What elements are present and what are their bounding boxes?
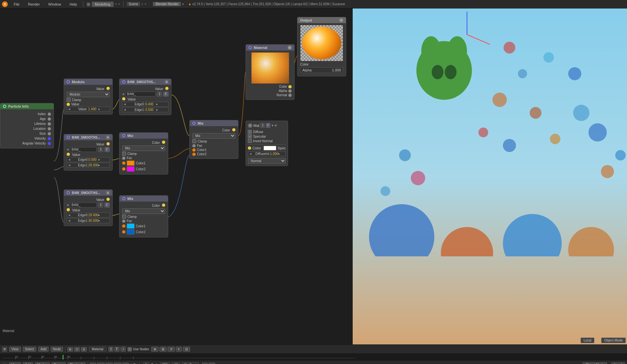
node-extra-btn[interactable]: ≡ (176, 347, 182, 352)
current-frame-field[interactable]: 46 (172, 362, 180, 364)
node-output[interactable]: Output × Color Alpha 1.000 (297, 17, 346, 76)
node-ctrl-1[interactable]: ⊞ (67, 347, 73, 352)
b4w2-edge0[interactable]: ◀ Edge0: 0.000 ▶ (67, 157, 110, 162)
node-b4w-smooth1[interactable]: B4W_SMOOTHS... ⊡ Value ◀ B4W_ 3 F Value (119, 79, 171, 115)
playback-btn[interactable]: Playback (68, 362, 86, 364)
object-mode-dropdown[interactable]: Object Mode (583, 362, 607, 364)
b4w2-edge1-inc[interactable]: ▶ (98, 164, 108, 167)
node-refresh-btn[interactable]: ↺ (168, 347, 175, 352)
menu-file[interactable]: File (11, 2, 22, 7)
menu-help[interactable]: Help (67, 2, 80, 7)
b4w1-edge1-dec[interactable]: ◀ (124, 108, 135, 111)
mat-color-swatch[interactable] (264, 146, 276, 150)
b4w1-dec[interactable]: ◀ (122, 93, 124, 96)
node-snap-btn[interactable]: ⊕ (151, 347, 158, 352)
b4w2-edge1-dec[interactable]: ◀ (68, 164, 78, 167)
node-grid-btn[interactable]: ⊞ (159, 347, 167, 352)
node-view-btn[interactable]: View (9, 347, 21, 352)
node-extra-btn2[interactable]: ⊟ (183, 347, 190, 352)
mat-plus[interactable]: + (271, 123, 274, 128)
frame-transport-play[interactable]: ▶ (106, 363, 113, 364)
mat-close[interactable]: × (275, 123, 277, 128)
mix1-clamp-checkbox[interactable] (122, 152, 126, 156)
b4w1-edge0[interactable]: ◀ Edge0: 0.400 ▶ (122, 102, 169, 107)
mix2-color2-swatch[interactable] (127, 229, 135, 235)
b4w1-edge1-inc[interactable]: ▶ (156, 108, 167, 111)
end-frame-field[interactable]: 250 (160, 362, 170, 364)
b4w1-edge0-dec[interactable]: ◀ (124, 103, 135, 106)
add-btn[interactable]: Add (23, 362, 33, 364)
b4w2-edge0-dec[interactable]: ◀ (68, 158, 78, 161)
b4w3-edge0[interactable]: ◀ Edge0: 29.000 ▶ (67, 213, 110, 218)
node-ctrl-2[interactable]: ⊡ (74, 347, 80, 352)
mat-diffuse-inc[interactable]: ▶ (278, 152, 284, 155)
b4w1-edge0-inc[interactable]: ▶ (156, 103, 167, 106)
node-node-btn[interactable]: Node (51, 347, 63, 352)
material-name-field[interactable]: Material (89, 347, 106, 352)
menu-render[interactable]: Render (25, 2, 42, 7)
viewport[interactable]: Object Mode Local (353, 8, 627, 344)
frame-transport-start[interactable]: |◀ (90, 363, 96, 364)
modulo-value-inc[interactable]: ▶ (98, 108, 108, 111)
modulo-value-field[interactable]: ◀ Value: 1.400 ▶ (67, 107, 110, 112)
mix2-dropdown[interactable]: Mix (122, 208, 165, 214)
b4w1-edge1[interactable]: ◀ Edge1: 0.500 ▶ (122, 107, 169, 112)
b4w2-field[interactable]: B4W_ (70, 147, 97, 152)
mix3-dropdown[interactable]: Mix (192, 133, 235, 139)
mat-diffuse-dec[interactable]: ◀ (249, 152, 255, 155)
mix1-color1-swatch[interactable] (127, 160, 135, 166)
node-mix3[interactable]: Mix Color Mix Clamp Fac (189, 120, 238, 159)
mat-specular-checkbox[interactable] (248, 134, 252, 138)
node-material[interactable]: Material × Color Alpha Normal (246, 44, 295, 100)
mat-invert-normal-checkbox[interactable] (248, 139, 252, 143)
frame-transport-prev[interactable]: ◀◀ (97, 363, 105, 364)
mix1-color2-swatch[interactable] (127, 166, 135, 172)
mat-normal-dropdown[interactable]: Normal (248, 158, 286, 164)
b4w2-edge0-inc[interactable]: ▶ (98, 158, 108, 161)
node-b4w-smooth3[interactable]: B4W_SMOOTHS... ⊡ Value ◀ B4W_ 3 F Value (64, 190, 113, 226)
modulo-value-dec[interactable]: ◀ (68, 108, 78, 111)
use-nodes-checkbox[interactable] (128, 347, 132, 351)
node-plus-field[interactable]: + (121, 347, 126, 352)
viewport-mode-label[interactable]: Object Mode (601, 338, 626, 343)
node-material-close[interactable]: × (288, 46, 292, 50)
b4w3-edge0-inc[interactable]: ▶ (98, 214, 108, 217)
frame-transport-end[interactable]: ▶| (122, 363, 129, 364)
b4w3-edge1-inc[interactable]: ▶ (98, 219, 108, 222)
no-sync-field[interactable]: No Sync (182, 362, 199, 364)
mat-diffuse-int-row[interactable]: ◀ DiffuseInt: 1.000 ▶ (248, 151, 286, 156)
b4w3-field[interactable]: B4W_ (70, 203, 97, 207)
local-dropdown[interactable]: Local (611, 362, 625, 364)
mix3-clamp-checkbox[interactable] (192, 139, 196, 143)
b4w3-edge1-dec[interactable]: ◀ (68, 219, 78, 222)
node-add-btn[interactable]: Add (38, 347, 49, 352)
modulo-clamp-checkbox[interactable] (67, 98, 71, 102)
b4w2-dec[interactable]: ◀ (67, 148, 69, 151)
modulo-dropdown[interactable]: Modulo (67, 92, 110, 97)
audio-btn[interactable]: ♪ (202, 363, 208, 364)
b4w2-edge1[interactable]: ◀ Edge1: 28.000 ▶ (67, 163, 110, 168)
timeline-ruler[interactable]: 10 20 30 40 50 (3, 355, 624, 359)
node-editor[interactable]: Particle Info Index Age Lifetime Locatio… (0, 8, 353, 344)
b4w1-field[interactable]: B4W_ (125, 92, 155, 97)
node-b4w-smooth2[interactable]: B4W_SMOOTHS... ⊡ Value ◀ B4W_ 3 F Value (64, 134, 113, 171)
frame-btn[interactable]: Frame (52, 362, 66, 364)
render-engine[interactable]: Blender Render (153, 2, 181, 6)
start-frame-field[interactable]: 1 (143, 362, 150, 364)
mix2-clamp-checkbox[interactable] (122, 215, 126, 219)
node-mix1[interactable]: Mix Color Mix Clamp Fac (119, 132, 168, 174)
mix1-dropdown[interactable]: Mix (122, 145, 165, 151)
viewport-local-label[interactable]: Local (581, 338, 594, 343)
view-btn[interactable]: View (9, 362, 21, 364)
sync-btn[interactable]: ⟳ (209, 363, 215, 364)
node-particle-info[interactable]: Particle Info Index Age Lifetime Locatio… (0, 103, 54, 148)
node-modulo[interactable]: Modulo Value Modulo Clamp Value (64, 79, 113, 114)
menu-window[interactable]: Window (46, 2, 64, 7)
node-ctrl-3[interactable]: ⊟ (81, 347, 87, 352)
node-output-close[interactable]: × (339, 18, 343, 22)
mat-diffuse-checkbox[interactable] (248, 130, 252, 134)
frame-transport-next[interactable]: ▶▶ (114, 363, 121, 364)
node-select-btn[interactable]: Select (23, 347, 37, 352)
marker-btn[interactable]: Marker (35, 362, 50, 364)
b4w3-edge1[interactable]: ◀ Edge1: 30.000 ▶ (67, 218, 110, 223)
